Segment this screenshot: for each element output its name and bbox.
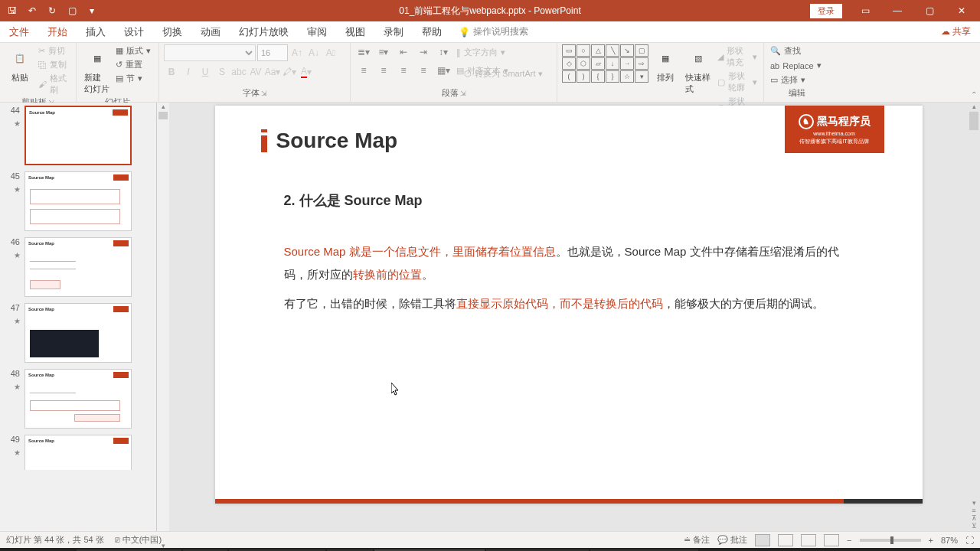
increase-font-icon[interactable]: A↑ — [289, 45, 305, 60]
cut-button[interactable]: ✂ 剪切 — [37, 44, 71, 57]
tab-record[interactable]: 录制 — [374, 21, 413, 43]
collapse-ribbon-icon[interactable]: ⌃ — [971, 90, 977, 99]
columns-icon[interactable]: ▦▾ — [435, 63, 452, 78]
tab-home[interactable]: 开始 — [38, 21, 77, 43]
replace-button[interactable]: ab Replace ▾ — [769, 60, 825, 71]
language-status[interactable]: ⎚ 中文(中国) — [115, 534, 162, 546]
close-icon[interactable]: ✕ — [946, 2, 977, 20]
zoom-out-icon[interactable]: − — [847, 536, 851, 545]
decrease-indent-icon[interactable]: ⇤ — [395, 44, 412, 60]
slide-canvas[interactable]: ♞黑马程序员 www.itheima.com 传智播客旗下高端IT教育品牌 So… — [169, 103, 968, 531]
qat-customize-icon[interactable]: ▾ — [83, 2, 101, 20]
shadow-icon[interactable]: abc — [231, 64, 247, 80]
align-left-icon[interactable]: ≡ — [355, 63, 372, 78]
sign-in-button[interactable]: 登录 — [810, 4, 842, 18]
slide-counter[interactable]: 幻灯片 第 44 张，共 54 张 — [6, 534, 104, 546]
bullets-icon[interactable]: ≣▾ — [355, 44, 372, 60]
shape-fill-button[interactable]: ◢ 形状填充 ▾ — [716, 44, 759, 69]
line-spacing-icon[interactable]: ↕▾ — [435, 44, 452, 60]
clear-format-icon[interactable]: A⃠ — [323, 45, 338, 60]
shapes-gallery[interactable]: ▭○△╲↘▢ ◇⬡▱↓→⇨ (){}☆▾ — [562, 44, 648, 83]
font-dialog-launcher[interactable]: ⇲ — [261, 90, 267, 97]
numbering-icon[interactable]: ≡▾ — [375, 44, 392, 60]
align-center-icon[interactable]: ≡ — [375, 63, 392, 78]
layout-button[interactable]: ▦ 版式 ▾ — [114, 44, 152, 57]
tab-file[interactable]: 文件 — [0, 21, 38, 43]
tab-review[interactable]: 审阅 — [298, 21, 336, 43]
comments-button[interactable]: 💬 批注 — [717, 534, 747, 546]
zoom-percent[interactable]: 87% — [941, 536, 958, 545]
zoom-in-icon[interactable]: + — [929, 536, 933, 545]
italic-icon[interactable]: I — [181, 64, 196, 80]
canvas-vertical-scrollbar[interactable]: ▴ ▾≡⊼⊻ — [968, 103, 980, 531]
thumb-number: 46 — [6, 237, 20, 246]
save-icon[interactable]: 🖫 — [3, 2, 21, 20]
quick-styles-button[interactable]: ▧快速样式 — [682, 44, 714, 96]
decrease-font-icon[interactable]: A↓ — [306, 45, 322, 60]
replace-label: Replace — [782, 61, 813, 70]
thumbnail-48[interactable]: 48★ Source Map — [0, 366, 156, 432]
text-direction-button[interactable]: ‖ 文字方向 ▾ — [455, 46, 507, 59]
font-family-select[interactable] — [164, 44, 256, 61]
thumbnail-49[interactable]: 49★ Source Map — [0, 432, 156, 470]
tab-view[interactable]: 视图 — [336, 21, 374, 43]
char-spacing-icon[interactable]: AV — [248, 64, 263, 80]
thumbnail-45[interactable]: 45★ Source Map — [0, 168, 156, 234]
increase-indent-icon[interactable]: ⇥ — [415, 44, 432, 60]
title-bar: 🖫 ↶ ↻ ▢ ▾ 01_前端工程化与webpack.pptx - PowerP… — [0, 0, 980, 21]
font-color-icon[interactable]: A▾ — [299, 64, 314, 80]
copy-button[interactable]: ⿻ 复制 — [37, 58, 71, 71]
tab-animations[interactable]: 动画 — [191, 21, 230, 43]
tab-design[interactable]: 设计 — [115, 21, 153, 43]
sorter-view-icon[interactable] — [778, 534, 793, 546]
paragraph-dialog-launcher[interactable]: ⇲ — [460, 90, 466, 97]
tell-me-label: 操作说明搜索 — [473, 25, 528, 38]
tab-insert[interactable]: 插入 — [77, 21, 115, 43]
slide-thumbnails-panel[interactable]: 44★ Source Map 45★ Source Map 46★ Source… — [0, 103, 157, 531]
slideshow-view-icon[interactable] — [824, 534, 839, 546]
paste-label: 粘贴 — [11, 72, 28, 83]
thumbnail-scrollbar[interactable]: ▴▾ — [157, 103, 169, 531]
highlight-icon[interactable]: 🖍▾ — [282, 64, 297, 80]
section-button[interactable]: ▤ 节 ▾ — [114, 72, 152, 85]
underline-icon[interactable]: U — [198, 64, 213, 80]
minimize-icon[interactable]: — — [882, 2, 913, 20]
tab-slideshow[interactable]: 幻灯片放映 — [230, 21, 298, 43]
reset-button[interactable]: ↺ 重置 — [114, 58, 152, 71]
horse-icon: ♞ — [799, 114, 814, 129]
tab-transitions[interactable]: 切换 — [153, 21, 191, 43]
notes-button[interactable]: ≐ 备注 — [684, 534, 710, 546]
shape-outline-button[interactable]: ▢ 形状轮廓 ▾ — [716, 70, 759, 94]
paste-button[interactable]: 📋粘贴 — [5, 44, 35, 85]
paste-icon: 📋 — [8, 46, 32, 70]
smartart-button[interactable]: ⬡ 转换为 SmartArt ▾ — [462, 67, 544, 80]
maximize-icon[interactable]: ▢ — [914, 2, 945, 20]
zoom-slider[interactable] — [860, 539, 921, 542]
align-right-icon[interactable]: ≡ — [395, 63, 412, 78]
find-button[interactable]: 🔍 查找 — [769, 44, 825, 57]
tab-help[interactable]: 帮助 — [413, 21, 451, 43]
strikethrough-icon[interactable]: S — [214, 64, 230, 80]
font-size-input[interactable] — [257, 44, 288, 61]
share-button[interactable]: ☁ 共享 — [932, 25, 980, 38]
thumbnail-44[interactable]: 44★ Source Map — [0, 103, 156, 168]
fit-window-icon[interactable]: ⛶ — [965, 536, 974, 545]
select-button[interactable]: ▭ 选择 ▾ — [769, 73, 825, 86]
format-painter-button[interactable]: 🖌 格式刷 — [37, 72, 71, 96]
thumbnail-46[interactable]: 46★ Source Map — [0, 234, 156, 300]
arrange-button[interactable]: ▦排列 — [650, 44, 681, 85]
undo-icon[interactable]: ↶ — [23, 2, 41, 20]
change-case-icon[interactable]: Aa▾ — [265, 64, 280, 80]
thumbnail-47[interactable]: 47★ Source Map — [0, 300, 156, 366]
new-slide-button[interactable]: ▦新建 幻灯片 — [81, 44, 113, 96]
reading-view-icon[interactable] — [801, 534, 816, 546]
normal-view-icon[interactable] — [755, 534, 770, 546]
layout-label: 版式 — [126, 45, 143, 57]
tell-me-search[interactable]: 💡操作说明搜索 — [459, 25, 528, 38]
slideshow-start-icon[interactable]: ▢ — [63, 2, 81, 20]
cut-label: 剪切 — [48, 45, 65, 57]
justify-icon[interactable]: ≡ — [415, 63, 432, 78]
ribbon-display-icon[interactable]: ▭ — [850, 2, 880, 20]
bold-icon[interactable]: B — [164, 64, 179, 80]
redo-icon[interactable]: ↻ — [43, 2, 61, 20]
